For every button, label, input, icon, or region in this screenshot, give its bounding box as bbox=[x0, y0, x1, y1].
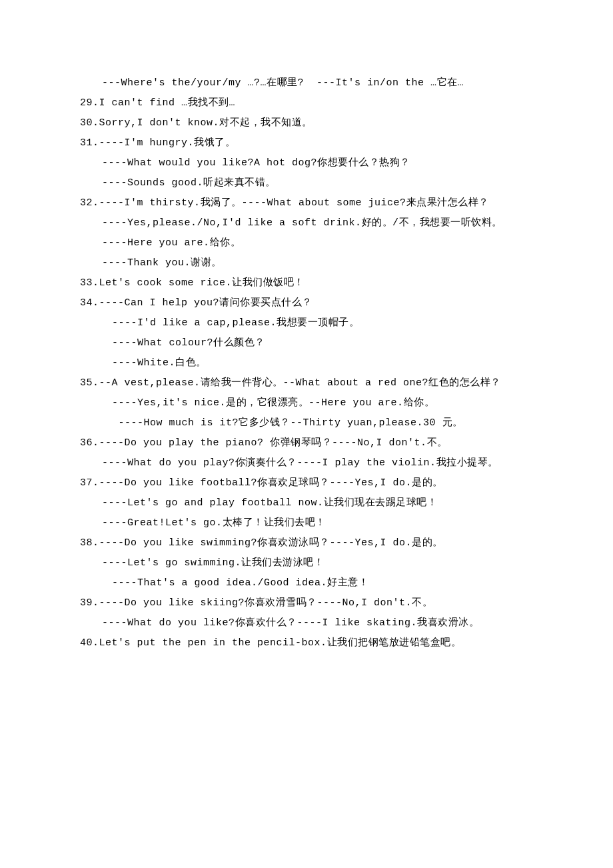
text-line: 31.----I'm hungry.我饿了。 bbox=[80, 133, 533, 153]
text-line: 39.----Do you like skiing?你喜欢滑雪吗？----No,… bbox=[80, 593, 533, 613]
text-line: 40.Let's put the pen in the pencil-box.让… bbox=[80, 633, 533, 653]
text-line: ----Yes,it's nice.是的，它很漂亮。--Here you are… bbox=[80, 393, 533, 413]
text-line: 34.----Can I help you?请问你要买点什么？ bbox=[80, 293, 533, 313]
text-line: ----What colour?什么颜色？ bbox=[80, 333, 533, 353]
text-line: 30.Sorry,I don't know.对不起，我不知道。 bbox=[80, 113, 533, 133]
text-line: 37.----Do you like football?你喜欢足球吗？----Y… bbox=[80, 473, 533, 493]
text-line: 33.Let's cook some rice.让我们做饭吧！ bbox=[80, 273, 533, 293]
text-line: ----I'd like a cap,please.我想要一顶帽子。 bbox=[80, 313, 533, 333]
text-line: ----Thank you.谢谢。 bbox=[80, 253, 533, 273]
text-line: ----Let's go and play football now.让我们现在… bbox=[80, 493, 533, 513]
document-page: ---Where's the/your/my …?…在哪里? ---It's i… bbox=[0, 0, 613, 868]
text-line: 32.----I'm thirsty.我渴了。----What about so… bbox=[80, 193, 533, 213]
text-line: ----Yes,please./No,I'd like a soft drink… bbox=[80, 213, 533, 233]
text-line: ----White.白色。 bbox=[80, 353, 533, 373]
document-content: ---Where's the/your/my …?…在哪里? ---It's i… bbox=[80, 73, 533, 653]
text-line: ---Where's the/your/my …?…在哪里? ---It's i… bbox=[80, 73, 533, 93]
text-line: ----Let's go swimming.让我们去游泳吧！ bbox=[80, 553, 533, 573]
text-line: ----What would you like?A hot dog?你想要什么？… bbox=[80, 153, 533, 173]
text-line: ----Sounds good.听起来真不错。 bbox=[80, 173, 533, 193]
text-line: 29.I can't find …我找不到… bbox=[80, 93, 533, 113]
text-line: ----How much is it?它多少钱？--Thirty yuan,pl… bbox=[80, 413, 533, 433]
text-line: ----That's a good idea./Good idea.好主意！ bbox=[80, 573, 533, 593]
text-line: 35.--A vest,please.请给我一件背心。--What about … bbox=[80, 373, 533, 393]
text-line: 36.----Do you play the piano? 你弹钢琴吗？----… bbox=[80, 433, 533, 453]
text-line: ----Great!Let's go.太棒了！让我们去吧！ bbox=[80, 513, 533, 533]
text-line: ----What do you play?你演奏什么？----I play th… bbox=[80, 453, 533, 473]
text-line: ----What do you like?你喜欢什么？----I like sk… bbox=[80, 613, 533, 633]
text-line: 38.----Do you like swimming?你喜欢游泳吗？----Y… bbox=[80, 533, 533, 553]
text-line: ----Here you are.给你。 bbox=[80, 233, 533, 253]
